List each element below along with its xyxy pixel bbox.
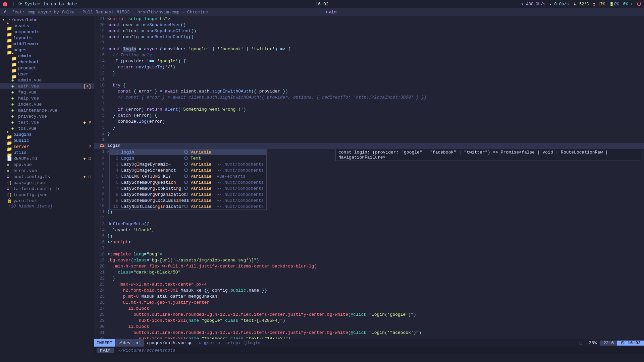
topbar-clock: 16:02	[316, 2, 329, 7]
memory-indicator: ◔ 17%	[593, 2, 605, 7]
encoding-icon: ◯	[576, 340, 586, 346]
git-branch: ⎇ dev	[115, 339, 133, 347]
tree-item[interactable]: ◈help.vue	[0, 95, 94, 101]
tree-item[interactable]: ⚙nuxt.config.ts✚ ◻	[0, 174, 94, 180]
completion-item[interactable]: 2Login⬡Text	[110, 155, 266, 161]
completion-popup[interactable]: 1login⬡Variable2Login⬡Text3LazyOgImageDy…	[109, 149, 267, 210]
tree-item[interactable]: 🔒yarn.lock	[0, 198, 94, 204]
statusline-clock: ⏲ 16:02	[617, 341, 644, 346]
completion-item[interactable]: 3LazyOgImageDynamic~⬡Variable~/.nuxt/com…	[110, 161, 266, 167]
completion-item[interactable]: 4LazyOgImageScreenshot⬡Variable~/.nuxt/c…	[110, 167, 266, 173]
tree-root[interactable]: ▾~/devs/hehe	[0, 17, 94, 23]
completion-item[interactable]: 6LazySchemaOrgQuestion⬡Variable~/.nuxt/c…	[110, 179, 266, 185]
tree-item[interactable]: ⚙tailwind.config.ts	[0, 186, 94, 192]
tree-item[interactable]: ▸ 📁assets	[0, 23, 94, 29]
tree-item[interactable]: ◈tos.vue	[0, 125, 94, 131]
battery-indicator: 🔋0%	[609, 2, 619, 7]
completion-item[interactable]: 9LazySchemaOrgLocalBusiness⬡Variable~/.n…	[110, 197, 266, 203]
tree-item[interactable]: 📄README.md✚ ◻	[0, 156, 94, 162]
completion-item[interactable]: 5LOADING_OPTIONS_KEY⬡Variablevue-echarts	[110, 173, 266, 179]
tree-item[interactable]: ▸ 📁plugins	[0, 131, 94, 137]
system-update-status: ⟳ System is up to date	[18, 1, 77, 7]
tree-item[interactable]: {}tsconfig.json	[0, 192, 94, 198]
tree-item[interactable]: ◈privacy.vue	[0, 113, 94, 119]
diagnostic-count: ● 1	[133, 339, 144, 347]
window-title-nvim[interactable]: nvim	[322, 10, 644, 15]
cpu-indicator: 6% ⚡	[623, 2, 633, 7]
tree-item[interactable]: {}package.json	[0, 180, 94, 186]
tree-item[interactable]: ◈app.vue	[0, 162, 94, 168]
statusline: INSERT ⎇ dev ● 1 ▸ pages/auth.vue ◉ ▸ ◧ …	[94, 339, 644, 347]
completion-doc: const login: (provider: "google" | "face…	[335, 149, 641, 161]
tree-item[interactable]: ▸ 📁components	[0, 29, 94, 35]
tree-item[interactable]: ▸ 📁server?	[0, 143, 94, 149]
tree-item[interactable]: ▸ 📁middleware	[0, 41, 94, 47]
tree-item[interactable]: ◈faq.vue	[0, 89, 94, 95]
tree-item[interactable]: ◈auth.vue[+]	[0, 83, 94, 89]
network-up-icon: ▴ 0.0b/s	[549, 2, 569, 7]
cursor-position: 22:6	[600, 341, 617, 346]
completion-item[interactable]: 1login⬡Variable	[110, 149, 266, 155]
completion-item[interactable]: 8LazySchemaOrgOrganization⬡Variable~/.nu…	[110, 191, 266, 197]
tree-item[interactable]: ▸ 📁utils	[0, 149, 94, 156]
completion-item[interactable]: 10LazyNuxtLoadingIndicator⬡Variable~/.nu…	[110, 203, 266, 209]
network-down-icon: ▾ 480.0b/s	[521, 2, 545, 7]
file-tree[interactable]: ▾~/devs/hehe ▸ 📁assets▸ 📁components▸ 📁la…	[0, 16, 94, 354]
file-path: ▸ pages/auth.vue ◉	[144, 339, 194, 347]
tmux-path: ~/Pictures/screenshots	[118, 348, 175, 353]
breadcrumb: ▸ ◧ script setup ▸ ⬡ login	[194, 339, 263, 347]
tree-item[interactable]: ◈admin.vue	[0, 77, 94, 83]
tree-item[interactable]: ◈test.vue✚ ✗	[0, 119, 94, 125]
system-topbar: ⬤ 1 ⟳ System is up to date 16:02 ▾ 480.0…	[0, 0, 644, 8]
completion-item[interactable]: 7LazySchemaOrgJobPosting⬡Variable~/.nuxt…	[110, 185, 266, 191]
editor-pane[interactable]: 21<script setup lang="ts"> 20const user …	[94, 16, 644, 354]
power-icon[interactable]: ⏻	[637, 1, 641, 7]
window-titlebar: 6. feat: cmp async by folke · Pull Reque…	[0, 8, 644, 16]
scroll-percent: 35%	[586, 341, 600, 346]
tree-item[interactable]: ◈maintenance.vue	[0, 107, 94, 113]
mode-indicator: INSERT	[94, 339, 115, 347]
tmux-bar: nvim ~/Pictures/screenshots	[94, 347, 644, 354]
window-title-chromium[interactable]: 6. feat: cmp async by folke · Pull Reque…	[0, 10, 322, 15]
tree-item[interactable]: ◈index.vue	[0, 101, 94, 107]
tree-hidden-count: (10 hidden items)	[0, 204, 94, 209]
tree-item[interactable]: ▸ 📁layouts	[0, 35, 94, 41]
tmux-window[interactable]: nvim	[97, 348, 114, 353]
cursor-line[interactable]: 22login	[94, 143, 644, 149]
workspace-indicator[interactable]: ⬤ 1	[3, 1, 14, 7]
tree-item[interactable]: ▸ 📁user	[0, 71, 94, 77]
temperature-indicator: 🌡 52°C	[573, 2, 589, 7]
tree-item[interactable]: ▸ 📁public	[0, 137, 94, 143]
tree-item[interactable]: ◈error.vue	[0, 168, 94, 174]
